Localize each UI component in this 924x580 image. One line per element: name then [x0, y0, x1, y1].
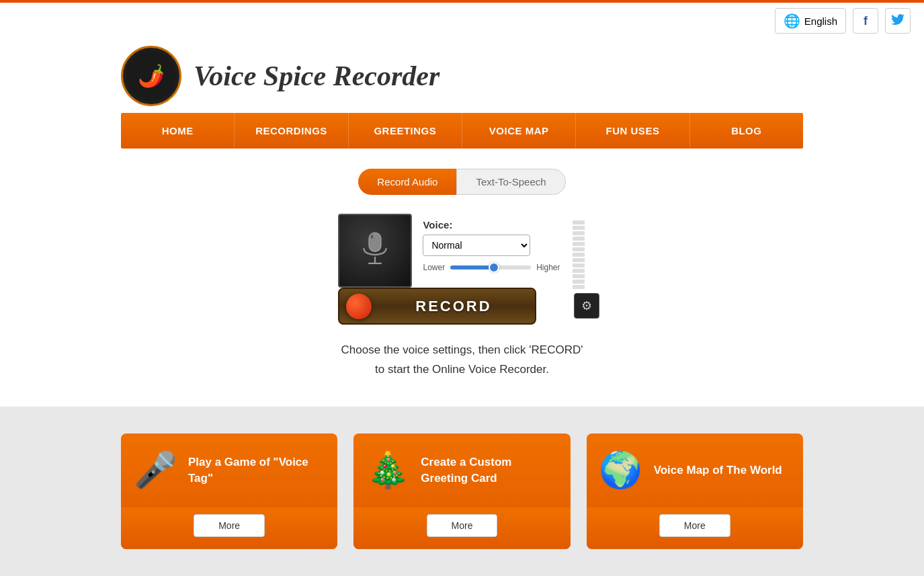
controls-row: Voice: Normal Male Pitch 1 Female Pitch …	[338, 214, 571, 288]
card-more-button-2[interactable]: More	[427, 514, 498, 537]
hint-text: Choose the voice settings, then click 'R…	[341, 341, 583, 380]
nav: HOME RECORDINGS GREETINGS VOICE MAP FUN …	[121, 113, 803, 149]
recorder-box: Voice: Normal Male Pitch 1 Female Pitch …	[338, 214, 571, 325]
card-title-voice-map: Voice Map of The World	[654, 462, 782, 479]
microphone-card-icon: 🎤	[134, 450, 177, 491]
pitch-slider[interactable]	[450, 265, 531, 270]
microphone-display	[338, 214, 412, 288]
hint-line2: to start the Online Voice Recorder.	[341, 360, 583, 380]
record-label: RECORD	[372, 298, 535, 315]
lang-label: English	[804, 15, 837, 27]
meter-bar	[573, 280, 585, 284]
card-bottom: More	[121, 507, 337, 549]
twitter-button[interactable]	[885, 8, 911, 34]
record-row: RECORD	[338, 288, 571, 325]
nav-fun-uses[interactable]: FUN USES	[576, 113, 689, 149]
globe-card-icon: 🌍	[599, 450, 642, 491]
settings-button[interactable]: ⚙	[574, 293, 599, 319]
pitch-row: Lower Higher	[423, 263, 560, 272]
hint-line1: Choose the voice settings, then click 'R…	[341, 341, 583, 360]
record-button[interactable]: RECORD	[338, 288, 536, 325]
pitch-lower-label: Lower	[423, 263, 445, 272]
meter-bar	[573, 231, 585, 235]
recorder-area: Voice: Normal Male Pitch 1 Female Pitch …	[338, 214, 585, 325]
pepper-icon: 🌶️	[138, 63, 165, 89]
cards-section: 🎤 Play a Game of "Voice Tag" More 🎄 Crea…	[0, 407, 924, 576]
record-indicator	[346, 294, 372, 319]
tab-text-to-speech[interactable]: Text-To-Speech	[456, 169, 565, 195]
card-icon-globe: 🌍	[597, 447, 644, 494]
card-top: 🌍 Voice Map of The World	[587, 433, 803, 507]
top-bar: 🌐 English f	[0, 0, 924, 39]
card-title-voice-tag: Play a Game of "Voice Tag"	[188, 454, 327, 487]
facebook-icon: f	[864, 14, 868, 28]
meter-bar	[573, 237, 585, 241]
nav-greetings[interactable]: GREETINGS	[349, 113, 462, 149]
globe-icon: 🌐	[784, 13, 800, 29]
nav-voice-map[interactable]: VOICE MAP	[462, 113, 576, 149]
card-icon-greeting: 🎄	[364, 447, 411, 494]
settings-icon: ⚙	[581, 298, 592, 313]
card-top: 🎤 Play a Game of "Voice Tag"	[121, 433, 337, 507]
tabs: Record Audio Text-To-Speech	[358, 169, 565, 195]
nav-home[interactable]: HOME	[121, 113, 235, 149]
card-voice-map: 🌍 Voice Map of The World More	[587, 433, 803, 549]
main-content: Record Audio Text-To-Speech Voi	[0, 149, 924, 407]
card-bottom: More	[587, 507, 803, 549]
twitter-icon	[891, 14, 905, 28]
header: 🌶️ Voice Spice Recorder	[0, 39, 924, 113]
greeting-card-icon: 🎄	[366, 450, 410, 491]
svg-rect-0	[369, 233, 381, 252]
card-top: 🎄 Create a Custom Greeting Card	[353, 433, 570, 507]
site-title: Voice Spice Recorder	[194, 60, 439, 92]
meter-bar	[573, 242, 585, 246]
pitch-higher-label: Higher	[536, 263, 560, 272]
card-greeting: 🎄 Create a Custom Greeting Card More	[353, 433, 570, 549]
card-title-greeting: Create a Custom Greeting Card	[421, 454, 559, 487]
card-more-button-1[interactable]: More	[194, 514, 265, 537]
meter-bar	[573, 258, 585, 262]
logo-circle: 🌶️	[121, 46, 181, 106]
meter-bar	[573, 220, 585, 224]
language-button[interactable]: 🌐 English	[775, 8, 846, 34]
svg-rect-1	[371, 235, 373, 239]
tab-record-audio[interactable]: Record Audio	[358, 169, 456, 195]
meter-bar	[573, 247, 585, 251]
card-voice-tag: 🎤 Play a Game of "Voice Tag" More	[121, 433, 337, 549]
nav-blog[interactable]: BLOG	[690, 113, 803, 149]
card-more-button-3[interactable]: More	[659, 514, 730, 537]
meter-bar	[573, 269, 585, 273]
meter-bar	[573, 263, 585, 267]
microphone-icon	[355, 231, 395, 271]
voice-label: Voice:	[423, 219, 560, 231]
meter-bar	[573, 253, 585, 257]
meter-bar	[573, 285, 585, 289]
level-meter: ⚙	[571, 214, 586, 325]
voice-select[interactable]: Normal Male Pitch 1 Female Pitch 1 Echo …	[423, 235, 530, 256]
meter-bar	[573, 274, 585, 278]
card-bottom: More	[353, 507, 570, 549]
meter-bar	[573, 226, 585, 230]
voice-controls: Voice: Normal Male Pitch 1 Female Pitch …	[412, 214, 571, 288]
facebook-button[interactable]: f	[853, 8, 878, 34]
card-icon-mic: 🎤	[132, 447, 179, 494]
nav-recordings[interactable]: RECORDINGS	[235, 113, 348, 149]
